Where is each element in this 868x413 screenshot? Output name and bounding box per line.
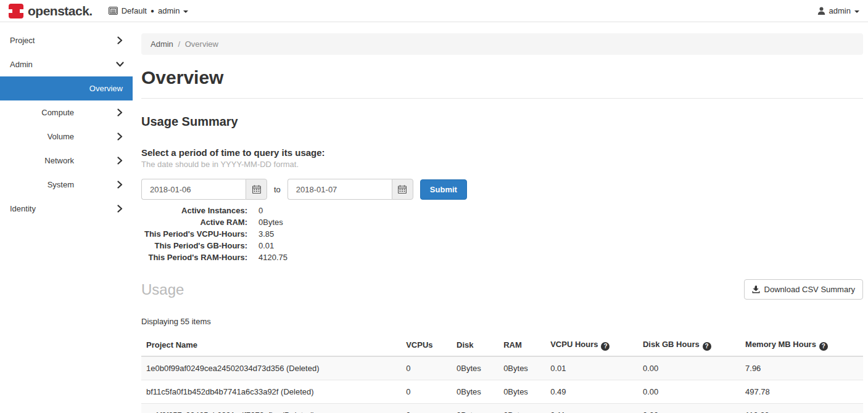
- cell-vcpu-hours: 0.49: [545, 380, 638, 403]
- sidebar-item-label: Overview: [89, 84, 123, 93]
- stat-label: Active RAM:: [141, 218, 247, 227]
- title-divider: [141, 98, 863, 99]
- table-item-count: Displaying 55 items: [141, 317, 863, 326]
- table-row: 1e0b0f99af0249cea24502034d73d356 (Delete…: [141, 356, 863, 380]
- sidebar-item-network[interactable]: Network: [0, 149, 133, 173]
- usage-table-heading: Usage: [141, 281, 184, 298]
- cell-disk: 0Bytes: [452, 380, 498, 403]
- column-header-disk-gb-hours[interactable]: Disk GB Hours?: [638, 335, 740, 356]
- date-to-input[interactable]: [287, 179, 392, 200]
- cell-project-name: ea1f2f357c09465eb6991edf7079efbe (Delete…: [141, 403, 401, 413]
- sidebar-item-label: Identity: [10, 204, 117, 213]
- date-range-to-label: to: [274, 185, 281, 194]
- chevron-right-icon: [117, 205, 123, 213]
- user-name-label: admin: [829, 6, 851, 15]
- cell-vcpu-hours: 0.01: [545, 356, 638, 380]
- sidebar-item-identity[interactable]: Identity: [0, 197, 133, 221]
- usage-table: Project Name VCPUs Disk RAM VCPU Hours? …: [141, 335, 863, 413]
- sidebar-item-label: Volume: [10, 132, 117, 141]
- submit-button[interactable]: Submit: [420, 179, 467, 200]
- date-range-form: to Submit: [141, 179, 863, 200]
- table-row: ea1f2f357c09465eb6991edf7079efbe (Delete…: [141, 403, 863, 413]
- stat-label: This Period's GB-Hours:: [141, 241, 247, 250]
- page-title: Overview: [141, 67, 863, 88]
- cell-disk-gb-hours: 0.00: [638, 356, 740, 380]
- cell-ram: 0Bytes: [498, 356, 545, 380]
- context-separator-dot: ●: [151, 8, 154, 14]
- stat-value: 0.01: [258, 241, 274, 250]
- sidebar-item-project[interactable]: Project: [0, 28, 133, 52]
- breadcrumb-current: Overview: [185, 39, 218, 49]
- cell-memory-mb-hours: 7.96: [740, 356, 863, 380]
- sidebar-item-admin[interactable]: Admin: [0, 52, 133, 76]
- help-question-icon[interactable]: ?: [703, 342, 711, 351]
- column-header-vcpus[interactable]: VCPUs: [401, 335, 452, 356]
- stat-label: This Period's RAM-Hours:: [141, 253, 247, 262]
- column-header-memory-mb-hours[interactable]: Memory MB Hours?: [740, 335, 863, 356]
- stat-label: Active Instances:: [141, 206, 247, 215]
- usage-summary-heading: Usage Summary: [141, 115, 863, 129]
- caret-down-icon: [854, 10, 859, 13]
- chevron-right-icon: [117, 181, 123, 189]
- cell-project-name: 1e0b0f99af0249cea24502034d73d356 (Delete…: [141, 356, 401, 380]
- sidebar-item-label: Compute: [10, 108, 117, 117]
- project-context-switcher[interactable]: Default ● admin: [109, 6, 189, 15]
- caret-down-icon: [183, 10, 188, 13]
- openstack-brand[interactable]: openstack.: [9, 4, 93, 18]
- column-header-project-name[interactable]: Project Name: [141, 335, 401, 356]
- cell-vcpus: 0: [401, 380, 452, 403]
- context-domain-label: Default: [122, 6, 147, 15]
- stat-value: 3.85: [258, 229, 274, 239]
- column-header-ram[interactable]: RAM: [498, 335, 545, 356]
- sidebar-item-label: Network: [10, 156, 117, 165]
- openstack-logo-icon: [9, 4, 23, 18]
- chevron-right-icon: [117, 108, 123, 117]
- stat-value: 0: [258, 206, 263, 215]
- list-alt-icon: [109, 7, 118, 15]
- stat-value: 0Bytes: [258, 218, 283, 227]
- usage-summary-stats: Active Instances: 0 Active RAM: 0Bytes T…: [141, 206, 863, 262]
- cell-ram: 0Bytes: [498, 403, 545, 413]
- table-row: bf11c5fa0f1b452db4b7741a6c33a92f (Delete…: [141, 380, 863, 403]
- chevron-down-icon: [117, 60, 123, 68]
- help-question-icon[interactable]: ?: [819, 342, 828, 351]
- cell-vcpus: 0: [401, 356, 452, 380]
- sidebar-nav: Project Admin Overview Compute Volume Ne…: [0, 22, 133, 413]
- date-from-input[interactable]: [141, 179, 246, 200]
- cell-disk: 0Bytes: [452, 356, 498, 380]
- cell-project-name: bf11c5fa0f1b452db4b7741a6c33a92f (Delete…: [141, 380, 401, 403]
- help-question-icon[interactable]: ?: [601, 342, 610, 351]
- stat-active-instances: Active Instances: 0: [141, 206, 863, 215]
- calendar-icon[interactable]: [246, 179, 267, 200]
- cell-memory-mb-hours: 110.93: [740, 403, 863, 413]
- stat-label: This Period's VCPU-Hours:: [141, 229, 247, 239]
- sidebar-item-label: Project: [10, 36, 117, 45]
- sidebar-item-system[interactable]: System: [0, 173, 133, 197]
- breadcrumb-separator: /: [178, 39, 180, 49]
- sidebar-item-volume[interactable]: Volume: [0, 125, 133, 149]
- stat-gb-hours: This Period's GB-Hours: 0.01: [141, 241, 863, 250]
- sidebar-item-overview-selected[interactable]: Overview: [0, 76, 133, 100]
- date-format-hint: The date should be in YYYY-MM-DD format.: [141, 160, 863, 169]
- date-range-form-label: Select a period of time to query its usa…: [141, 147, 863, 158]
- cell-memory-mb-hours: 497.78: [740, 380, 863, 403]
- stat-value: 4120.75: [258, 253, 287, 262]
- cell-vcpu-hours: 0.11: [545, 403, 638, 413]
- stat-vcpu-hours: This Period's VCPU-Hours: 3.85: [141, 229, 863, 239]
- column-header-vcpu-hours[interactable]: VCPU Hours?: [545, 335, 638, 356]
- breadcrumb-admin-link[interactable]: Admin: [151, 39, 173, 49]
- stat-active-ram: Active RAM: 0Bytes: [141, 218, 863, 227]
- context-project-label: admin: [158, 6, 180, 15]
- table-header-row: Project Name VCPUs Disk RAM VCPU Hours? …: [141, 335, 863, 356]
- cell-disk-gb-hours: 0.00: [638, 403, 740, 413]
- sidebar-item-compute[interactable]: Compute: [0, 100, 133, 125]
- calendar-icon[interactable]: [392, 179, 413, 200]
- top-navbar: openstack. Default ● admin admin: [0, 0, 868, 22]
- cell-ram: 0Bytes: [498, 380, 545, 403]
- cell-disk: 0Bytes: [452, 403, 498, 413]
- sidebar-item-label: System: [10, 180, 117, 189]
- download-csv-button[interactable]: Download CSV Summary: [744, 279, 863, 300]
- chevron-right-icon: [117, 36, 123, 44]
- user-menu[interactable]: admin: [817, 6, 859, 15]
- column-header-disk[interactable]: Disk: [452, 335, 498, 356]
